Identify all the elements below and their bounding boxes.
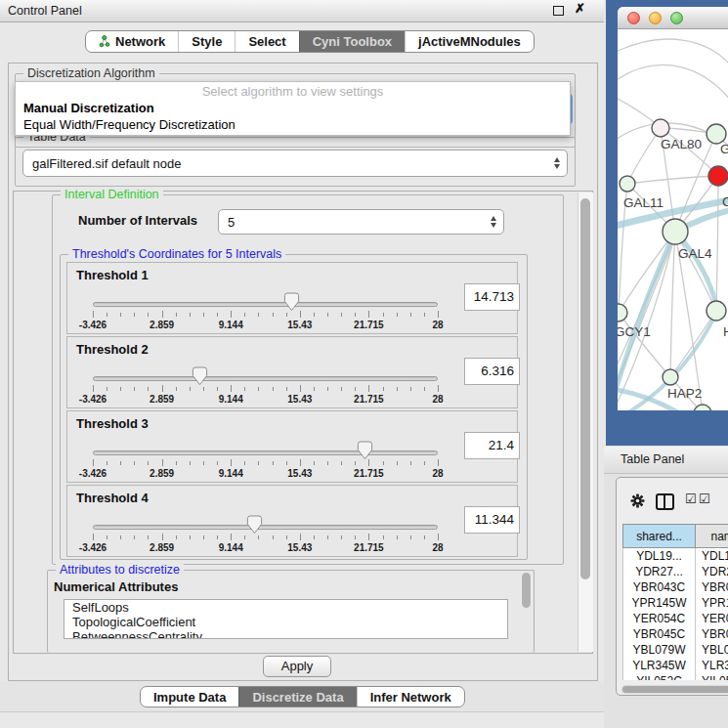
slider-track[interactable] — [93, 525, 438, 530]
dropdown-item-equal-width-frequency-discretization[interactable]: Equal Width/Frequency Discretization — [23, 116, 570, 133]
number-of-intervals-combobox[interactable]: 5 — [218, 209, 504, 235]
slider-track[interactable] — [93, 376, 438, 381]
table-body: YDL19...YDL19...YDR27...YDR27...YBR043CY… — [622, 548, 728, 680]
columns-icon[interactable] — [656, 493, 674, 510]
column-header-shared-[interactable]: shared... — [622, 524, 696, 548]
discretize-content-panel: Interval Definition Number of Intervals … — [13, 191, 593, 654]
network-node-hap2[interactable] — [663, 369, 678, 385]
attributes-scrollbar[interactable] — [521, 573, 532, 608]
apply-button[interactable]: Apply — [263, 656, 331, 677]
table-row[interactable]: YBR043CYBR043C — [622, 579, 728, 595]
network-edge[interactable] — [670, 311, 716, 377]
table-data-combobox[interactable]: galFiltered.sif default node — [22, 150, 568, 177]
threshold-label: Threshold 3 — [76, 416, 149, 431]
stepper-arrows-icon[interactable] — [491, 216, 496, 228]
tab-label: Style — [192, 34, 222, 49]
tab-label: Select — [248, 34, 285, 49]
threshold-panel: Threshold 3 21.4 -3.4262.8599.14415.4321… — [66, 410, 518, 483]
checkbox-icon[interactable]: ☑ — [699, 492, 710, 506]
gear-icon[interactable] — [630, 493, 645, 508]
close-icon[interactable]: ✗ — [575, 1, 585, 16]
algorithm-group-label: Discretization Algorithm — [23, 66, 159, 80]
table-row[interactable]: YDR27...YDR27... — [622, 564, 728, 579]
tab-discretize-data[interactable]: Discretize Data — [238, 687, 356, 707]
zoom-traffic-light-icon[interactable] — [670, 12, 683, 24]
scrollbar-thumb[interactable] — [622, 686, 728, 693]
network-node-gal80[interactable] — [652, 119, 669, 137]
network-canvas[interactable]: GAL80GACGAL11GAL4GCY1HHAP2 — [618, 29, 728, 410]
slider-thumb[interactable] — [192, 366, 208, 386]
threshold-value-field[interactable]: 14.713 — [464, 283, 520, 311]
table-cell: YLR345W — [622, 658, 696, 673]
node-label: HAP2 — [667, 386, 702, 401]
tab-style[interactable]: Style — [178, 31, 235, 52]
slider-track[interactable] — [93, 450, 438, 455]
slider-tick-label: 9.144 — [219, 468, 243, 479]
attribute-item-selfloops[interactable]: SelfLoops — [64, 600, 507, 615]
slider-tick — [134, 461, 135, 465]
table-row[interactable]: YBR045CYBR045C — [622, 626, 728, 642]
network-node-h[interactable] — [707, 301, 726, 321]
network-edge[interactable] — [618, 184, 619, 313]
network-node-gcy1[interactable] — [618, 304, 627, 321]
tab-network[interactable]: Network — [86, 31, 178, 52]
slider-tick — [438, 311, 439, 318]
slider-track[interactable] — [93, 302, 438, 307]
slider-tick — [217, 535, 218, 539]
scrollbar-thumb[interactable] — [580, 198, 590, 579]
slider-tick — [397, 313, 398, 317]
slider-tick — [410, 535, 411, 539]
tab-cyni-toolbox[interactable]: Cyni Toolbox — [299, 31, 405, 52]
slider-tick — [286, 461, 287, 465]
network-node-gal11[interactable] — [620, 176, 635, 192]
slider-thumb[interactable] — [283, 292, 300, 312]
network-edge[interactable] — [627, 176, 718, 184]
table-hscrollbar[interactable] — [621, 685, 728, 694]
threshold-value-field[interactable]: 11.344 — [464, 506, 520, 534]
table-row[interactable]: YIL052CYIL052C — [622, 673, 728, 680]
slider-thumb[interactable] — [357, 441, 373, 460]
number-of-intervals-value: 5 — [228, 215, 235, 230]
network-node-c[interactable] — [708, 166, 728, 186]
column-header-name[interactable]: name — [696, 524, 728, 548]
slider-tick — [327, 461, 328, 465]
slider-tick — [286, 387, 287, 391]
table-row[interactable]: YBL079WYBL079W — [622, 642, 728, 658]
table-cell: YDL19... — [696, 548, 728, 564]
network-edge[interactable] — [627, 128, 661, 184]
network-edge[interactable] — [716, 176, 718, 311]
slider-tick — [120, 387, 121, 391]
slider-tick — [107, 313, 107, 317]
panel-scrollbar[interactable] — [578, 193, 593, 652]
slider-tick — [148, 461, 149, 465]
tab-select[interactable]: Select — [235, 31, 298, 52]
network-edge[interactable] — [618, 64, 728, 103]
table-row[interactable]: YDL19...YDL19... — [622, 548, 728, 564]
stepper-arrows-icon[interactable] — [554, 157, 560, 169]
threshold-value-field[interactable]: 21.4 — [464, 432, 520, 459]
tab-impute-data[interactable]: Impute Data — [141, 687, 238, 707]
checkbox-icon[interactable]: ☑ — [685, 492, 697, 506]
dropdown-item-manual-discretization[interactable]: Manual Discretization — [23, 100, 570, 116]
network-node[interactable] — [694, 405, 711, 410]
network-edge[interactable] — [670, 232, 675, 377]
numerical-attributes-list[interactable]: SelfLoopsTopologicalCoefficientBetweenne… — [64, 599, 508, 639]
table-data-value: galFiltered.sif default node — [32, 156, 181, 171]
close-traffic-light-icon[interactable] — [627, 12, 640, 24]
threshold-value-field[interactable]: 6.316 — [464, 358, 520, 385]
table-row[interactable]: YER054CYER054C — [622, 611, 728, 626]
network-node-gal4[interactable] — [663, 219, 688, 244]
table-row[interactable]: YPR145WYPR145W — [622, 595, 728, 611]
tab-infer-network[interactable]: Infer Network — [357, 687, 464, 707]
float-panel-icon[interactable] — [553, 6, 564, 16]
attribute-item-betweennesscentrality[interactable]: BetweennessCentrality — [64, 629, 507, 639]
slider-tick — [162, 459, 163, 466]
slider-thumb[interactable] — [246, 515, 263, 535]
tab-jactivemnodules[interactable]: jActiveMNodules — [405, 31, 534, 52]
minimize-traffic-light-icon[interactable] — [649, 12, 662, 24]
table-panel-titlebar: Table Panel — [604, 447, 728, 474]
scrollbar-thumb[interactable] — [522, 573, 531, 608]
network-node-ga[interactable] — [707, 124, 726, 144]
attribute-item-topologicalcoefficient[interactable]: TopologicalCoefficient — [64, 615, 507, 629]
table-row[interactable]: YLR345WYLR345W — [622, 658, 728, 673]
